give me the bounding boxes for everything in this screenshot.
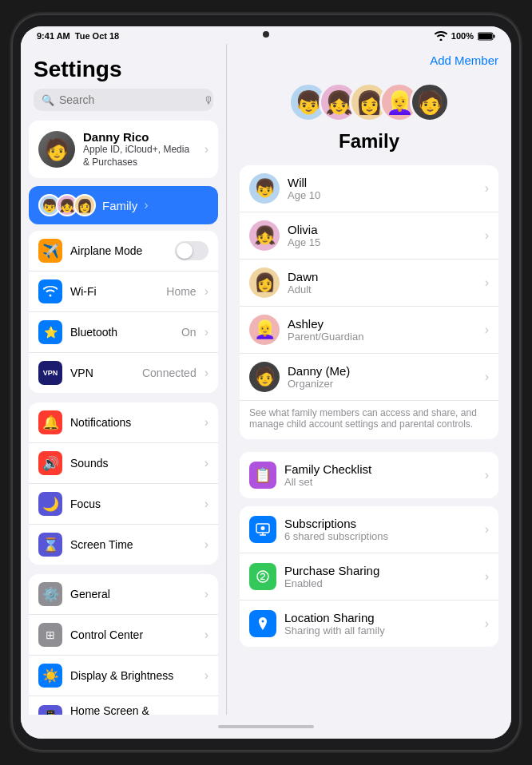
chevron-right-icon: ›	[485, 370, 489, 384]
member-dawn[interactable]: 👩 Dawn Adult ›	[240, 260, 498, 307]
settings-group-notifications: 🔔 Notifications › 🔊 Sounds › 🌙 Focus ›	[29, 402, 218, 565]
sidebar-item-wifi[interactable]: Wi-Fi Home ›	[29, 272, 218, 312]
airplane-mode-toggle[interactable]	[175, 241, 208, 260]
chevron-right-icon: ›	[485, 323, 489, 337]
chevron-right-icon: ›	[485, 522, 489, 537]
settings-group-general: ⚙️ General › ⊞ Control Center › ☀️ Displ…	[29, 574, 218, 715]
chevron-right-icon: ›	[204, 537, 208, 552]
add-member-button[interactable]: Add Member	[240, 44, 498, 74]
sidebar-item-vpn[interactable]: VPN VPN Connected ›	[29, 353, 218, 393]
member-avatar-danny: 🧑	[249, 362, 280, 392]
sidebar-item-focus[interactable]: 🌙 Focus ›	[29, 484, 218, 525]
control-center-icon: ⊞	[38, 623, 62, 647]
sounds-icon: 🔊	[38, 451, 62, 475]
sidebar-item-control-center[interactable]: ⊞ Control Center ›	[29, 615, 218, 656]
search-input[interactable]	[59, 93, 199, 106]
chevron-right-icon: ›	[204, 497, 208, 511]
svg-point-4	[261, 526, 265, 530]
family-members-card: 👦 Will Age 10 › 👧 Olivia Age 15	[240, 165, 498, 439]
family-avatar-group: 👦 👧 👩 👱‍♀️ 🧑	[288, 82, 450, 122]
member-danny[interactable]: 🧑 Danny (Me) Organizer ›	[240, 354, 498, 401]
family-avatars: 👦 👧 👩	[38, 194, 96, 216]
checklist-name: Family Checklist	[284, 462, 477, 476]
vpn-label: VPN	[70, 367, 134, 379]
sidebar: Settings 🔍 🎙 🧑 Danny Rico Apple ID, iClo…	[21, 44, 227, 715]
airplane-icon: ✈️	[38, 239, 62, 263]
search-bar[interactable]: 🔍 🎙	[34, 89, 213, 111]
svg-rect-2	[494, 34, 495, 38]
add-member-label[interactable]: Add Member	[430, 54, 498, 67]
control-center-label: Control Center	[70, 628, 197, 641]
sidebar-item-family[interactable]: 👦 👧 👩 Family ›	[29, 186, 218, 224]
member-ashley[interactable]: 👱‍♀️ Ashley Parent/Guardian ›	[240, 307, 498, 354]
status-date: Tue Oct 18	[75, 31, 119, 41]
family-note: See what family members can access and s…	[240, 401, 498, 439]
member-avatar-will: 👦	[249, 173, 280, 204]
sidebar-item-notifications[interactable]: 🔔 Notifications ›	[29, 402, 218, 443]
member-avatar-dawn: 👩	[249, 268, 280, 298]
feature-location-sharing[interactable]: Location Sharing Sharing with all family…	[240, 601, 498, 647]
sidebar-item-home-screen[interactable]: 📱 Home Screen & Multitas... ›	[29, 696, 218, 715]
svg-rect-1	[478, 34, 492, 39]
chevron-right-icon: ›	[204, 668, 208, 683]
focus-label: Focus	[70, 497, 197, 510]
vpn-icon: VPN	[38, 361, 62, 385]
purchase-sharing-icon	[249, 563, 276, 590]
member-role-danny: Organizer	[288, 378, 477, 390]
sidebar-item-airplane-mode[interactable]: ✈️ Airplane Mode	[29, 231, 218, 272]
chevron-right-icon: ›	[485, 616, 489, 631]
chevron-right-icon: ›	[485, 275, 489, 290]
settings-group-connectivity: ✈️ Airplane Mode Wi-Fi Home ›	[29, 231, 218, 393]
sounds-label: Sounds	[70, 457, 197, 470]
home-screen-icon: 📱	[38, 705, 62, 715]
camera	[263, 31, 269, 38]
sidebar-item-screen-time[interactable]: ⌛ Screen Time ›	[29, 525, 218, 565]
apple-id-section[interactable]: 🧑 Danny Rico Apple ID, iCloud+, Media & …	[29, 121, 218, 178]
member-name-danny: Danny (Me)	[288, 364, 477, 378]
feature-card-sharing: Subscriptions 6 shared subscriptions ›	[240, 506, 498, 647]
member-role-olivia: Age 15	[288, 236, 477, 248]
subscriptions-sub: 6 shared subscriptions	[284, 530, 477, 542]
airplane-mode-label: Airplane Mode	[70, 244, 167, 257]
checklist-sub: All set	[284, 476, 477, 488]
chevron-right-icon: ›	[204, 284, 208, 299]
feature-purchase-sharing[interactable]: Purchase Sharing Enabled ›	[240, 553, 498, 601]
member-avatar-olivia: 👧	[249, 220, 280, 251]
general-label: General	[70, 588, 197, 601]
mic-icon[interactable]: 🎙	[204, 94, 214, 106]
status-time: 9:41 AM	[37, 31, 70, 41]
screen-time-icon: ⌛	[38, 533, 62, 557]
display-icon: ☀️	[38, 664, 62, 688]
purchase-sharing-sub: Enabled	[284, 577, 477, 589]
member-avatar-ashley: 👱‍♀️	[249, 315, 280, 345]
chevron-right-icon: ›	[485, 181, 489, 196]
wifi-label: Wi-Fi	[70, 285, 158, 298]
sidebar-item-sounds[interactable]: 🔊 Sounds ›	[29, 443, 218, 484]
sidebar-item-display[interactable]: ☀️ Display & Brightness ›	[29, 656, 218, 696]
member-olivia[interactable]: 👧 Olivia Age 15 ›	[240, 212, 498, 260]
location-sharing-icon	[249, 610, 276, 637]
member-name-olivia: Olivia	[288, 223, 477, 236]
wifi-settings-icon	[38, 279, 62, 303]
battery-icon	[478, 32, 495, 41]
member-role-dawn: Adult	[288, 283, 477, 295]
chevron-right-icon: ›	[204, 325, 208, 339]
battery-percent: 100%	[451, 31, 474, 41]
vpn-value: Connected	[142, 367, 197, 379]
member-will[interactable]: 👦 Will Age 10 ›	[240, 165, 498, 212]
chevron-right-icon: ›	[204, 366, 208, 380]
chevron-right-icon: ›	[204, 415, 208, 430]
wifi-value: Home	[166, 285, 196, 298]
settings-title: Settings	[21, 44, 226, 89]
svg-point-5	[257, 571, 268, 582]
notifications-label: Notifications	[70, 416, 197, 429]
feature-family-checklist[interactable]: 📋 Family Checklist All set ›	[240, 452, 498, 498]
home-indicator	[21, 715, 511, 739]
main-content: Settings 🔍 🎙 🧑 Danny Rico Apple ID, iClo…	[21, 44, 511, 715]
home-screen-label: Home Screen & Multitas...	[70, 704, 197, 715]
screen: 9:41 AM Tue Oct 18 100% Settings	[21, 26, 511, 739]
sidebar-item-general[interactable]: ⚙️ General ›	[29, 574, 218, 615]
feature-card-checklist: 📋 Family Checklist All set ›	[240, 452, 498, 498]
feature-subscriptions[interactable]: Subscriptions 6 shared subscriptions ›	[240, 506, 498, 553]
sidebar-item-bluetooth[interactable]: ⭐ Bluetooth On ›	[29, 312, 218, 353]
